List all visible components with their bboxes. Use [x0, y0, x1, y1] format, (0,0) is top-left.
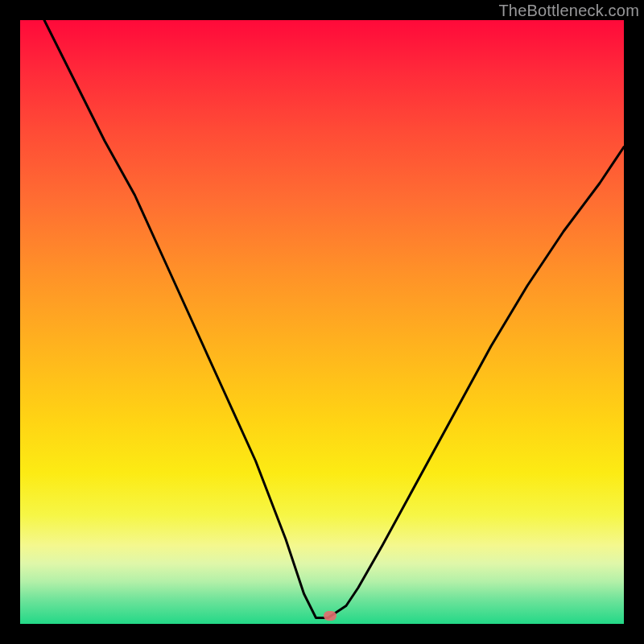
curve-svg	[20, 20, 624, 624]
chart-frame: TheBottleneck.com	[0, 0, 644, 644]
curve-line	[44, 20, 624, 618]
curve-min-marker	[324, 611, 336, 621]
plot-area	[20, 20, 624, 624]
watermark-text: TheBottleneck.com	[498, 2, 639, 20]
